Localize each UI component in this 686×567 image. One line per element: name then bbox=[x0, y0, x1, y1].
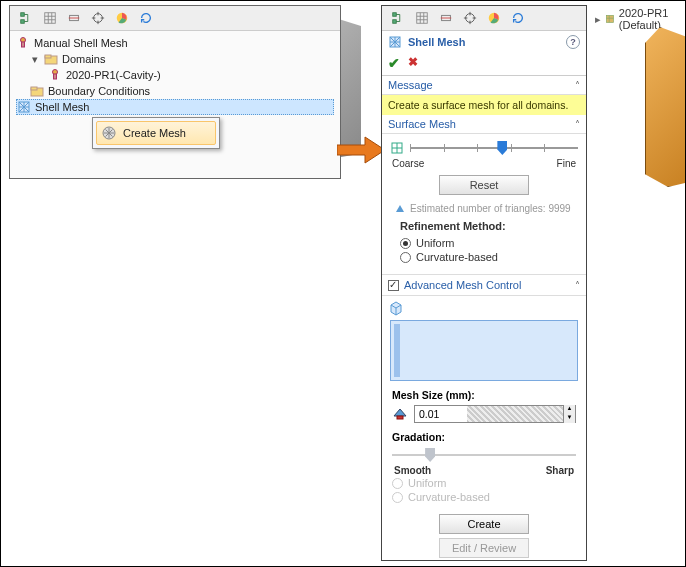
gradation-slider[interactable] bbox=[392, 447, 576, 463]
cube-icon bbox=[388, 300, 404, 316]
reset-button[interactable]: Reset bbox=[439, 175, 529, 195]
orange-3d-preview bbox=[645, 27, 686, 187]
tree-root-label: Manual Shell Mesh bbox=[34, 37, 128, 49]
estimated-label: Estimated number of triangles: 9999 bbox=[410, 203, 571, 214]
gradation-header: Gradation: bbox=[392, 431, 576, 443]
tree-domains[interactable]: ▾ Domains bbox=[16, 51, 334, 67]
sharp-label: Sharp bbox=[546, 465, 574, 476]
tree-domains-label: Domains bbox=[62, 53, 105, 65]
mesh-size-header: Mesh Size (mm): bbox=[392, 389, 576, 401]
tb-icon-grid[interactable] bbox=[412, 8, 432, 28]
hatch-decoration bbox=[467, 406, 563, 422]
ok-button[interactable]: ✔ bbox=[388, 55, 400, 71]
expand-arrow-icon[interactable]: ▸ bbox=[595, 13, 601, 26]
tb-icon-tree[interactable] bbox=[16, 8, 36, 28]
tb-icon-pie[interactable] bbox=[484, 8, 504, 28]
tb-icon-tree[interactable] bbox=[388, 8, 408, 28]
svg-rect-0 bbox=[21, 13, 25, 17]
grad-curvature-radio: Curvature-based bbox=[392, 490, 576, 504]
uniform-label: Uniform bbox=[416, 237, 455, 249]
shellmesh-icon bbox=[17, 100, 31, 114]
tree-root-mesh[interactable]: Manual Shell Mesh bbox=[16, 35, 334, 51]
advanced-selection-box[interactable] bbox=[390, 320, 578, 381]
ctx-create-mesh[interactable]: Create Mesh bbox=[96, 121, 216, 145]
svg-rect-18 bbox=[417, 13, 428, 24]
svg-rect-13 bbox=[31, 87, 37, 90]
orange-arrow-icon bbox=[337, 135, 385, 165]
mesh-size-value: 0.01 bbox=[415, 408, 467, 420]
tree-shellmesh-label: Shell Mesh bbox=[35, 101, 89, 113]
message-header-label: Message bbox=[388, 79, 433, 91]
grad-uniform-radio: Uniform bbox=[392, 476, 576, 490]
svg-rect-7 bbox=[22, 42, 25, 47]
density-icon bbox=[390, 141, 404, 155]
smooth-label: Smooth bbox=[394, 465, 431, 476]
svg-rect-17 bbox=[393, 20, 397, 24]
surface-mesh-header[interactable]: Surface Mesh ˄ bbox=[382, 115, 586, 134]
refinement-header: Refinement Method: bbox=[400, 220, 568, 232]
uniform-radio[interactable]: Uniform bbox=[400, 236, 568, 250]
svg-rect-9 bbox=[45, 55, 51, 58]
curvature-label: Curvature-based bbox=[416, 251, 498, 263]
message-body: Create a surface mesh for all domains. bbox=[382, 95, 586, 115]
svg-rect-24 bbox=[397, 416, 403, 419]
part-icon bbox=[48, 68, 62, 82]
create-button[interactable]: Create bbox=[439, 514, 529, 534]
fine-label: Fine bbox=[557, 158, 576, 169]
folder-icon bbox=[44, 52, 58, 66]
chevron-up-icon: ˄ bbox=[575, 280, 580, 291]
folder-icon bbox=[30, 84, 44, 98]
adv-checkbox[interactable] bbox=[388, 280, 399, 291]
shellmesh-icon bbox=[388, 35, 402, 49]
panel-title: Shell Mesh bbox=[408, 36, 465, 48]
svg-rect-16 bbox=[393, 13, 397, 17]
create-mesh-icon bbox=[101, 125, 117, 141]
tree-shell-mesh[interactable]: Shell Mesh bbox=[16, 99, 334, 115]
left-toolbar bbox=[10, 6, 340, 31]
expand-icon[interactable]: ▾ bbox=[30, 53, 40, 66]
model-tree-node[interactable]: ▸ 2020-PR1 (Default) bbox=[595, 7, 685, 31]
tb-icon-target[interactable] bbox=[460, 8, 480, 28]
context-menu: Create Mesh bbox=[92, 117, 220, 149]
mesh-density-slider-row bbox=[390, 140, 578, 156]
tb-icon-refresh[interactable] bbox=[136, 8, 156, 28]
advanced-control-header[interactable]: Advanced Mesh Control ˄ bbox=[382, 274, 586, 296]
spin-up[interactable]: ▲ bbox=[563, 405, 575, 414]
bottom-button-row: Create Edit / Review bbox=[382, 508, 586, 560]
tb-icon-dims[interactable] bbox=[64, 8, 84, 28]
mesh-density-slider[interactable] bbox=[410, 140, 578, 156]
model-tree-node-label: 2020-PR1 (Default) bbox=[619, 7, 685, 31]
tb-icon-dims[interactable] bbox=[436, 8, 456, 28]
svg-rect-1 bbox=[21, 20, 25, 24]
edit-review-button: Edit / Review bbox=[439, 538, 529, 558]
coarse-label: Coarse bbox=[392, 158, 424, 169]
estimated-triangles: Estimated number of triangles: 9999 bbox=[390, 201, 578, 216]
advanced-header-label: Advanced Mesh Control bbox=[404, 279, 521, 291]
tree-boundary-conditions[interactable]: Boundary Conditions bbox=[16, 83, 334, 99]
ok-cancel-row: ✔ ✖ bbox=[382, 53, 586, 76]
surface-mesh-header-label: Surface Mesh bbox=[388, 118, 456, 130]
tree-domain-item-label: 2020-PR1(-Cavity-) bbox=[66, 69, 161, 81]
ctx-create-mesh-label: Create Mesh bbox=[123, 127, 186, 139]
refinement-method: Refinement Method: Uniform Curvature-bas… bbox=[390, 216, 578, 268]
cancel-button[interactable]: ✖ bbox=[408, 55, 418, 71]
spin-down[interactable]: ▼ bbox=[563, 414, 575, 423]
svg-rect-11 bbox=[54, 74, 57, 79]
mesh-size-input[interactable]: 0.01 ▲ ▼ bbox=[414, 405, 576, 423]
feature-tree-panel: Manual Shell Mesh ▾ Domains 2020-PR1(-Ca… bbox=[9, 5, 341, 179]
tb-icon-target[interactable] bbox=[88, 8, 108, 28]
help-icon[interactable]: ? bbox=[566, 35, 580, 49]
tb-icon-grid[interactable] bbox=[40, 8, 60, 28]
feature-tree: Manual Shell Mesh ▾ Domains 2020-PR1(-Ca… bbox=[10, 31, 340, 119]
message-header[interactable]: Message ˄ bbox=[382, 76, 586, 95]
shell-mesh-property-panel: Shell Mesh ? ✔ ✖ Message ˄ Create a surf… bbox=[381, 5, 587, 561]
radio-icon bbox=[392, 478, 403, 489]
radio-icon bbox=[400, 252, 411, 263]
radio-icon bbox=[400, 238, 411, 249]
curvature-radio[interactable]: Curvature-based bbox=[400, 250, 568, 264]
svg-rect-2 bbox=[45, 13, 56, 24]
mesh-size-icon bbox=[392, 406, 408, 422]
tb-icon-pie[interactable] bbox=[112, 8, 132, 28]
tb-icon-refresh[interactable] bbox=[508, 8, 528, 28]
tree-domain-item[interactable]: 2020-PR1(-Cavity-) bbox=[16, 67, 334, 83]
